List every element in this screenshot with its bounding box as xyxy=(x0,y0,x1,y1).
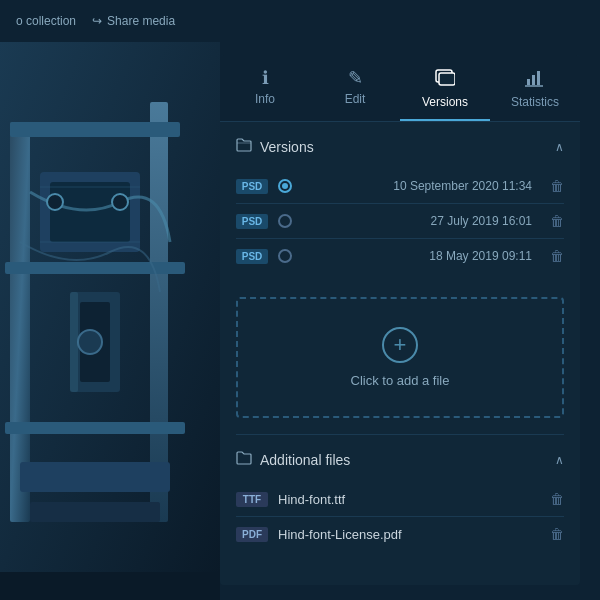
svg-rect-11 xyxy=(30,502,160,522)
upload-area[interactable]: + Click to add a file xyxy=(236,297,564,418)
svg-rect-5 xyxy=(5,422,185,434)
left-panel: o collection ↪ Share media xyxy=(0,0,220,600)
delete-version-icon[interactable]: 🗑 xyxy=(550,178,564,194)
additional-files-section-header: Additional files ∧ xyxy=(236,451,564,468)
tab-info[interactable]: ℹ Info xyxy=(220,55,310,121)
versions-folder-icon xyxy=(236,138,252,155)
svg-rect-3 xyxy=(10,122,180,137)
tab-edit[interactable]: ✎ Edit xyxy=(310,55,400,121)
file-name: Hind-font-License.pdf xyxy=(278,527,532,542)
versions-section-title: Versions xyxy=(236,138,314,155)
versions-collapse-icon[interactable]: ∧ xyxy=(555,140,564,154)
version-date: 10 September 2020 11:34 xyxy=(302,179,532,193)
version-date: 18 May 2019 09:11 xyxy=(302,249,532,263)
folder-icon xyxy=(236,451,252,468)
versions-list: PSD 10 September 2020 11:34 🗑 PSD 27 Jul… xyxy=(236,169,564,273)
svg-point-12 xyxy=(47,194,63,210)
version-row: PSD 27 July 2019 16:01 🗑 xyxy=(236,204,564,239)
delete-version-icon[interactable]: 🗑 xyxy=(550,213,564,229)
asset-thumbnail xyxy=(0,42,220,572)
file-row: PDF Hind-font-License.pdf 🗑 xyxy=(236,517,564,551)
back-to-collection-link[interactable]: o collection xyxy=(16,14,76,28)
version-date: 27 July 2019 16:01 xyxy=(302,214,532,228)
share-media-button[interactable]: ↪ Share media xyxy=(92,14,175,28)
version-radio[interactable] xyxy=(278,214,292,228)
delete-file-icon[interactable]: 🗑 xyxy=(550,526,564,542)
svg-rect-4 xyxy=(5,262,185,274)
svg-rect-10 xyxy=(20,462,170,492)
tab-statistics[interactable]: Statistics xyxy=(490,55,580,121)
version-type-badge: PSD xyxy=(236,249,268,264)
svg-rect-17 xyxy=(70,292,78,392)
svg-rect-19 xyxy=(439,73,455,85)
svg-rect-7 xyxy=(50,182,130,242)
delete-version-icon[interactable]: 🗑 xyxy=(550,248,564,264)
edit-icon: ✎ xyxy=(348,69,363,87)
versions-section-header: Versions ∧ xyxy=(236,138,564,155)
versions-icon xyxy=(435,69,455,90)
svg-rect-21 xyxy=(532,75,535,85)
left-panel-header: o collection ↪ Share media xyxy=(0,0,220,42)
additional-files-collapse-icon[interactable]: ∧ xyxy=(555,453,564,467)
statistics-icon xyxy=(525,69,545,90)
version-type-badge: PSD xyxy=(236,214,268,229)
file-type-badge: TTF xyxy=(236,492,268,507)
version-radio[interactable] xyxy=(278,249,292,263)
additional-files-title: Additional files xyxy=(236,451,350,468)
tab-versions[interactable]: Versions xyxy=(400,55,490,121)
upload-plus-icon: + xyxy=(382,327,418,363)
file-row: TTF Hind-font.ttf 🗑 xyxy=(236,482,564,517)
share-icon: ↪ xyxy=(92,14,102,28)
svg-rect-2 xyxy=(150,102,168,522)
svg-point-13 xyxy=(112,194,128,210)
tab-bar: ℹ Info ✎ Edit Versions xyxy=(220,55,580,122)
svg-rect-22 xyxy=(537,71,540,85)
version-row: PSD 10 September 2020 11:34 🗑 xyxy=(236,169,564,204)
upload-label: Click to add a file xyxy=(351,373,450,388)
versions-section: Versions ∧ PSD 10 September 2020 11:34 🗑… xyxy=(220,122,580,289)
file-name: Hind-font.ttf xyxy=(278,492,532,507)
version-type-badge: PSD xyxy=(236,179,268,194)
additional-files-list: TTF Hind-font.ttf 🗑 PDF Hind-font-Licens… xyxy=(236,482,564,551)
svg-point-14 xyxy=(78,330,102,354)
version-row: PSD 18 May 2019 09:11 🗑 xyxy=(236,239,564,273)
delete-file-icon[interactable]: 🗑 xyxy=(550,491,564,507)
version-radio[interactable] xyxy=(278,179,292,193)
right-panel: ℹ Info ✎ Edit Versions xyxy=(220,55,580,585)
info-icon: ℹ xyxy=(262,69,269,87)
svg-rect-20 xyxy=(527,79,530,85)
additional-files-section: Additional files ∧ TTF Hind-font.ttf 🗑 P… xyxy=(220,435,580,567)
file-type-badge: PDF xyxy=(236,527,268,542)
